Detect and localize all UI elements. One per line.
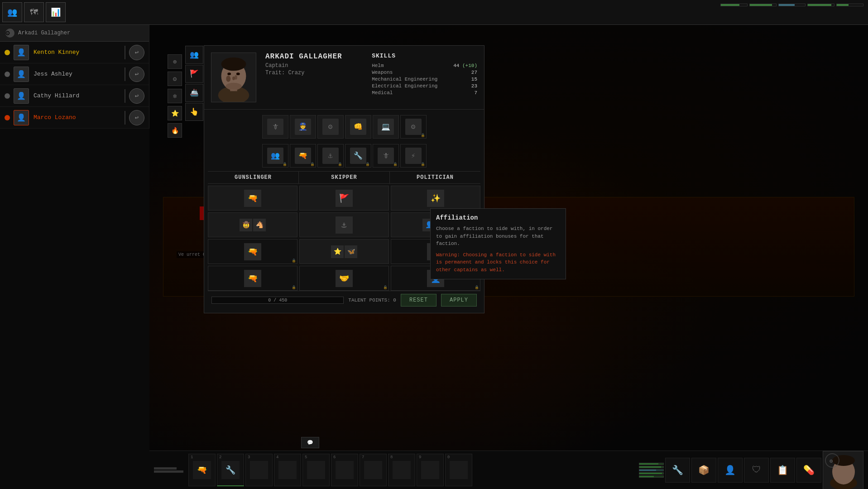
crew-divider-jess: [125, 67, 125, 81]
map-tab-btn[interactable]: 🗺: [24, 2, 44, 22]
crew-item-kenton[interactable]: 👤 Kenton Kinney ↩: [0, 42, 149, 63]
crew-name-cathy: Cathy Hillard: [34, 92, 121, 99]
talent-cell-g10[interactable]: 🔧: [345, 144, 371, 168]
crew-action-marco[interactable]: ↩: [129, 110, 144, 125]
cat-gunslinger: GUNSLINGER: [208, 172, 299, 183]
mini-slot-3[interactable]: 👤: [718, 458, 743, 483]
gunslinger-slot-2[interactable]: 🤠 🐴: [208, 212, 297, 237]
skipper-icon-1: 🚩: [336, 190, 353, 207]
mini-slot-5[interactable]: 📋: [770, 458, 795, 483]
crew-tab-btn[interactable]: 👥: [2, 2, 22, 22]
skill-name-helm: Helm: [372, 63, 440, 68]
skill-name-elec: Electrical Engineering: [372, 83, 440, 89]
talent-cell-g3[interactable]: ⚙: [317, 115, 344, 139]
panel-tab-nav[interactable]: 🚩: [185, 65, 203, 83]
politician-slot-1[interactable]: ✨: [391, 186, 480, 211]
panel-tab-finger[interactable]: 👆: [185, 103, 203, 121]
crew-action-jess[interactable]: ↩: [129, 67, 144, 82]
crew-item-marco[interactable]: 👤 Marco Lozano ↩: [0, 107, 149, 129]
skill-val-mech: 15: [471, 77, 477, 82]
right-mini-area: 🔧 📦 👤 🛡 📋 💊 ⚙: [639, 451, 863, 489]
talent-icon-g11: 🗡: [378, 148, 394, 164]
talent-cell-g5[interactable]: 💻: [373, 115, 399, 139]
skill-row-medical: Medical 7: [372, 90, 477, 96]
skipper-slot-4[interactable]: 🤝: [299, 266, 389, 291]
status-bar-2: [749, 4, 777, 6]
general-talent-row-1: 🗡 👮 ⚙ 👊 💻 ⚙: [208, 113, 480, 140]
general-talent-row-2: 👥 🔫 ⚓ 🔧 🗡 ⚡: [208, 142, 480, 169]
mini-slot-4[interactable]: 🛡: [744, 458, 769, 483]
skipper-slot-1[interactable]: 🚩: [299, 186, 389, 211]
hotbar-icon-5: [307, 461, 325, 479]
tooltip-warning: Warning: Choosing a faction to side with…: [436, 251, 560, 274]
gunslinger-slot-3[interactable]: 🔫: [208, 239, 297, 264]
crew-item-jess[interactable]: 👤 Jess Ashley ↩: [0, 63, 149, 85]
gunslinger-slot-4[interactable]: 🔫: [208, 266, 297, 291]
talent-cell-g9[interactable]: ⚓: [317, 144, 344, 168]
skill-row-elec: Electrical Engineering 23: [372, 83, 477, 89]
hotbar-slot-1[interactable]: 1 🔫: [188, 454, 216, 486]
top-bar: 👥 🗺 📊: [0, 0, 868, 25]
hotbar-slot-8[interactable]: 8: [388, 454, 415, 486]
status-bar-4: [807, 4, 834, 6]
crew-name-marco: Marco Lozano: [34, 114, 121, 121]
hotbar-num-1: 1: [191, 455, 193, 460]
hotbar-slot-7[interactable]: 7: [360, 454, 387, 486]
hotbar-slot-4[interactable]: 4: [274, 454, 301, 486]
talent-icon-g1: 🗡: [267, 119, 283, 135]
crew-divider: [125, 46, 125, 59]
char-portrait: [211, 53, 256, 102]
tooltip-title: Affiliation: [436, 214, 560, 221]
talent-cell-g4[interactable]: 👊: [345, 115, 371, 139]
world-icon-gear[interactable]: ⚙: [168, 72, 182, 86]
talent-cell-g12[interactable]: ⚡: [400, 144, 427, 168]
hotbar-slot-5[interactable]: 5: [302, 454, 330, 486]
chat-button[interactable]: 💬: [301, 437, 319, 448]
talent-cell-g7[interactable]: 👥: [262, 144, 288, 168]
hotbar-slot-2[interactable]: 2 🔧: [217, 454, 244, 486]
world-icon-compass[interactable]: ⊕: [168, 54, 182, 69]
crew-header: ⚙ Arkadi Gallagher: [0, 25, 149, 42]
skipper-slot-2[interactable]: ⚓: [299, 212, 389, 237]
char-header: ARKADI GALLAGHER Captain Trait: Crazy SK…: [204, 46, 484, 110]
world-icon-star[interactable]: ⭐: [168, 106, 182, 120]
crew-item-cathy[interactable]: 👤 Cathy Hillard ↩: [0, 85, 149, 107]
hotbar-slot-3[interactable]: 3: [245, 454, 273, 486]
talent-cell-g8[interactable]: 🔫: [290, 144, 316, 168]
hotbar-slot-0[interactable]: 0: [445, 454, 472, 486]
gunslinger-icon-1: 🔫: [244, 190, 261, 207]
talent-cell-g1[interactable]: 🗡: [262, 115, 288, 139]
stats-tab-btn[interactable]: 📊: [46, 2, 66, 22]
talent-icon-g5: 💻: [378, 119, 394, 135]
char-trait: Trait: Crazy: [265, 70, 354, 76]
talent-cell-g11[interactable]: 🗡: [373, 144, 399, 168]
hotbar-slot-6[interactable]: 6: [331, 454, 358, 486]
crew-action-cathy[interactable]: ↩: [129, 88, 144, 104]
mini-slot-6[interactable]: 💊: [796, 458, 821, 483]
reset-button[interactable]: RESET: [401, 294, 436, 307]
talent-cell-g6[interactable]: ⚙: [400, 115, 427, 139]
panel-tab-crew[interactable]: 👥: [185, 46, 203, 64]
skipper-slot-3[interactable]: ⭐ 🦋: [299, 239, 389, 264]
skipper-col: 🚩 ⚓ ⭐ 🦋 🤝: [299, 186, 389, 291]
status-bars: [720, 4, 863, 6]
politician-icon-1: ✨: [427, 190, 444, 207]
progress-text: 0 / 450: [268, 298, 287, 303]
skill-name-medical: Medical: [372, 90, 440, 96]
talent-cell-g2[interactable]: 👮: [290, 115, 316, 139]
hotbar-num-6: 6: [333, 455, 336, 460]
active-captain-label: Arkadi Gallagher: [18, 30, 70, 36]
gunslinger-slot-1[interactable]: 🔫: [208, 186, 297, 211]
panel-tab-ship[interactable]: 🚢: [185, 84, 203, 102]
world-icon-snowflake[interactable]: ❄: [168, 89, 182, 103]
crew-action-kenton[interactable]: ↩: [129, 45, 144, 60]
talent-icon-g9: ⚓: [322, 148, 339, 164]
world-icon-flame[interactable]: 🔥: [168, 123, 182, 138]
crew-name-jess: Jess Ashley: [34, 71, 121, 77]
hotbar-icon-3: [250, 461, 268, 479]
mini-slot-1[interactable]: 🔧: [665, 458, 690, 483]
tooltip-description: Choose a faction to side with, in order …: [436, 225, 560, 248]
apply-button[interactable]: APPLY: [441, 294, 477, 307]
mini-slot-2[interactable]: 📦: [691, 458, 716, 483]
hotbar-slot-9[interactable]: 9: [417, 454, 444, 486]
